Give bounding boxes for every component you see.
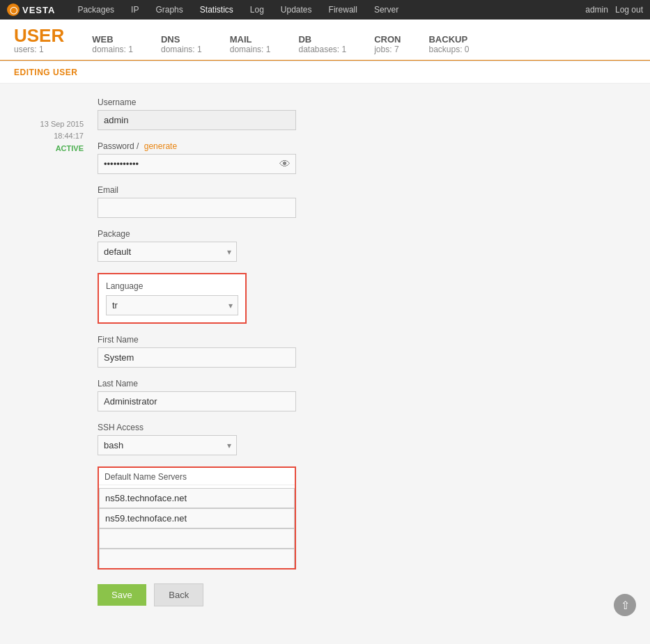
section-user-count: users: 1 xyxy=(14,45,44,54)
eye-icon[interactable]: 👁 xyxy=(279,158,291,171)
logout-button[interactable]: Log out xyxy=(615,5,643,15)
package-group: Package default unlimited custom xyxy=(98,229,460,262)
section-divider xyxy=(0,60,650,61)
username-label: Username xyxy=(98,97,460,107)
nameservers-group: Default Name Servers xyxy=(98,466,460,570)
form-area: Username Password / generate 👁 Email Pac… xyxy=(98,97,460,618)
nameserver-3-input[interactable] xyxy=(99,528,295,549)
sidebar-date: 13 Sep 2015 18:44:17 xyxy=(14,118,84,141)
nameservers-label: Default Name Servers xyxy=(99,468,295,485)
section-mail-title: MAIL xyxy=(230,34,252,45)
top-navigation: ◯ VESTA Packages IP Graphs Statistics Lo… xyxy=(0,0,650,19)
nameserver-2-input[interactable] xyxy=(99,508,295,528)
nameserver-4-input[interactable] xyxy=(99,549,295,568)
generate-link[interactable]: generate xyxy=(144,141,177,151)
section-web-title: WEB xyxy=(92,34,113,45)
lastname-input[interactable] xyxy=(98,391,296,411)
email-label: Email xyxy=(98,185,460,195)
section-dns-title: DNS xyxy=(161,34,180,45)
breadcrumb: EDITING USER xyxy=(0,61,650,84)
username-input[interactable] xyxy=(98,110,296,130)
nav-item-updates[interactable]: Updates xyxy=(272,0,320,19)
ssh-group: SSH Access bash nologin sh xyxy=(98,423,460,455)
language-group: Language en tr de fr es ru xyxy=(98,273,460,324)
nav-right: admin Log out xyxy=(585,5,643,15)
firstname-label: First Name xyxy=(98,335,460,345)
password-group: Password / generate 👁 xyxy=(98,141,460,174)
firstname-group: First Name xyxy=(98,335,460,368)
section-cron-count: jobs: 7 xyxy=(374,45,398,54)
password-wrapper: 👁 xyxy=(98,154,296,174)
ssh-select-wrapper: bash nologin sh xyxy=(98,435,237,455)
section-backup-title: BACKUP xyxy=(428,34,467,45)
language-select-wrapper: en tr de fr es ru xyxy=(106,295,238,315)
section-db-count: databases: 1 xyxy=(298,45,346,54)
password-input[interactable] xyxy=(98,154,296,174)
nav-item-ip[interactable]: IP xyxy=(123,0,147,19)
main-content: 13 Sep 2015 18:44:17 ACTIVE Username Pas… xyxy=(0,84,650,631)
save-button[interactable]: Save xyxy=(98,584,146,606)
section-backup[interactable]: BACKUP backups: 0 xyxy=(428,34,469,54)
email-input[interactable] xyxy=(98,198,296,218)
section-web-count: domains: 1 xyxy=(92,45,133,54)
package-label: Package xyxy=(98,229,460,239)
ssh-label: SSH Access xyxy=(98,423,460,432)
email-group: Email xyxy=(98,185,460,218)
lastname-group: Last Name xyxy=(98,379,460,411)
nav-item-server[interactable]: Server xyxy=(366,0,407,19)
nav-item-statistics[interactable]: Statistics xyxy=(192,0,242,19)
sub-header: USER users: 1 WEB domains: 1 DNS domains… xyxy=(0,19,650,61)
language-highlight-box: Language en tr de fr es ru xyxy=(98,273,247,324)
package-select-wrapper: default unlimited custom xyxy=(98,242,237,262)
language-select[interactable]: en tr de fr es ru xyxy=(106,295,238,315)
section-web[interactable]: WEB domains: 1 xyxy=(92,34,133,54)
admin-label: admin xyxy=(585,5,608,15)
section-dns[interactable]: DNS domains: 1 xyxy=(161,34,202,54)
nav-item-packages[interactable]: Packages xyxy=(69,0,123,19)
logo-text: VESTA xyxy=(22,5,55,15)
section-mail[interactable]: MAIL domains: 1 xyxy=(230,34,271,54)
ssh-select[interactable]: bash nologin sh xyxy=(98,435,237,455)
nameserver-1-input[interactable] xyxy=(99,488,295,508)
nav-item-firewall[interactable]: Firewall xyxy=(320,0,366,19)
sub-header-sections: USER users: 1 WEB domains: 1 DNS domains… xyxy=(14,26,636,60)
section-cron-title: CRON xyxy=(374,34,401,45)
logo[interactable]: ◯ VESTA xyxy=(7,3,55,16)
package-select[interactable]: default unlimited custom xyxy=(98,242,237,262)
nav-item-log[interactable]: Log xyxy=(242,0,272,19)
section-user[interactable]: USER users: 1 xyxy=(14,26,64,54)
section-db[interactable]: DB databases: 1 xyxy=(298,34,346,54)
language-label: Language xyxy=(106,281,238,291)
lastname-label: Last Name xyxy=(98,379,460,388)
sidebar-info: 13 Sep 2015 18:44:17 ACTIVE xyxy=(14,97,98,618)
section-mail-count: domains: 1 xyxy=(230,45,271,54)
section-db-title: DB xyxy=(298,34,311,45)
logo-icon: ◯ xyxy=(7,3,20,16)
nav-items: Packages IP Graphs Statistics Log Update… xyxy=(69,0,585,19)
password-label: Password / generate xyxy=(98,141,460,151)
nav-item-graphs[interactable]: Graphs xyxy=(147,0,191,19)
sidebar-status: ACTIVE xyxy=(14,144,84,152)
section-dns-count: domains: 1 xyxy=(161,45,202,54)
username-group: Username xyxy=(98,97,460,130)
nameservers-box: Default Name Servers xyxy=(98,466,296,570)
back-button[interactable]: Back xyxy=(154,583,203,606)
scroll-top-button[interactable]: ⇧ xyxy=(614,594,636,616)
breadcrumb-text: EDITING USER xyxy=(14,68,77,77)
section-user-title: USER xyxy=(14,26,64,45)
firstname-input[interactable] xyxy=(98,347,296,368)
section-backup-count: backups: 0 xyxy=(428,45,469,54)
form-buttons: Save Back xyxy=(98,583,460,606)
section-cron[interactable]: CRON jobs: 7 xyxy=(374,34,401,54)
